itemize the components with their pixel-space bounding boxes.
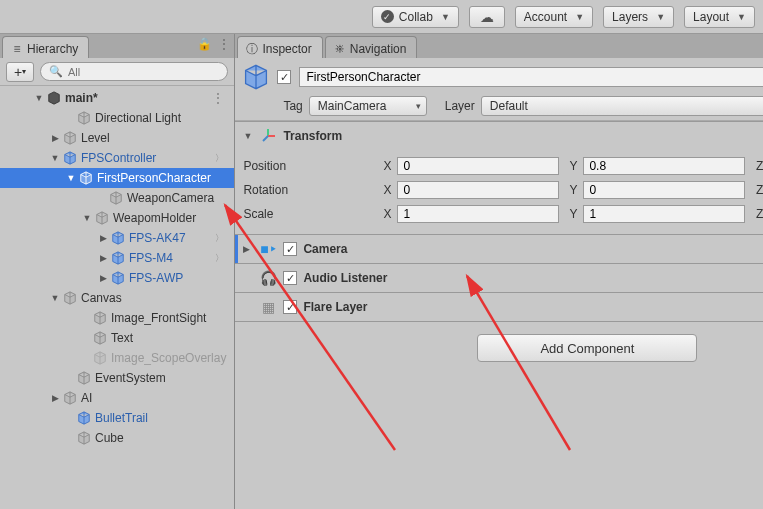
- component-header-audio-listener[interactable]: 🎧 ✓ Audio Listener ?⃝ ⇄ ⋮: [235, 264, 763, 292]
- layer-label: Layer: [445, 99, 475, 113]
- fold-icon[interactable]: ▼: [50, 293, 60, 303]
- rotation-label: Rotation: [243, 183, 373, 197]
- tree-item-image-scopeoverlay[interactable]: Image_ScopeOverlay: [0, 348, 234, 368]
- position-x-field[interactable]: [397, 157, 559, 175]
- cloud-button[interactable]: ☁: [469, 6, 505, 28]
- tab-hierarchy[interactable]: ≡ Hierarchy: [2, 36, 89, 58]
- item-label: FirstPersonCharacter: [97, 171, 211, 185]
- item-label: Image_FrontSight: [111, 311, 206, 325]
- tab-navigation[interactable]: ⛯ Navigation: [325, 36, 418, 58]
- scale-y-field[interactable]: [583, 205, 745, 223]
- tag-dropdown[interactable]: MainCamera: [309, 96, 427, 116]
- layer-dropdown[interactable]: Default: [481, 96, 763, 116]
- component-header-flare-layer[interactable]: ▦ ✓ Flare Layer ?⃝ ⇄ ⋮: [235, 293, 763, 321]
- component-enabled-checkbox[interactable]: ✓: [283, 300, 297, 314]
- item-label: Cube: [95, 431, 124, 445]
- gameobject-icon: [62, 290, 78, 306]
- chevron-right-icon[interactable]: 〉: [215, 232, 224, 245]
- flare-icon: ▦: [259, 298, 277, 316]
- context-menu-icon[interactable]: ⋮: [212, 91, 224, 105]
- tree-item-weaponholder[interactable]: ▼ WeapomHolder: [0, 208, 234, 228]
- tree-item-fpscontroller[interactable]: ▼ FPSController 〉: [0, 148, 234, 168]
- component-header-transform[interactable]: ▼ Transform ?⃝ ⇄ ⋮: [235, 122, 763, 150]
- fold-icon[interactable]: ▶: [243, 244, 253, 254]
- fold-icon[interactable]: ▶: [50, 393, 60, 403]
- fold-icon[interactable]: ▶: [98, 253, 108, 263]
- tree-item-firstpersoncharacter[interactable]: ▼ FirstPersonCharacter: [0, 168, 234, 188]
- prefab-icon: [110, 270, 126, 286]
- component-transform: ▼ Transform ?⃝ ⇄ ⋮ Position X Y: [235, 121, 763, 234]
- tree-item-cube[interactable]: Cube: [0, 428, 234, 448]
- collab-button[interactable]: ✓ Collab ▼: [372, 6, 459, 28]
- account-button[interactable]: Account ▼: [515, 6, 593, 28]
- item-label: Image_ScopeOverlay: [111, 351, 226, 365]
- chevron-right-icon[interactable]: 〉: [215, 252, 224, 265]
- chevron-down-icon: ▼: [575, 12, 584, 22]
- item-label: FPS-AWP: [129, 271, 183, 285]
- tree-item-fps-m4[interactable]: ▶ FPS-M4 〉: [0, 248, 234, 268]
- active-checkbox[interactable]: ✓: [277, 70, 291, 84]
- rotation-x-field[interactable]: [397, 181, 559, 199]
- fold-icon[interactable]: ▼: [66, 173, 76, 183]
- hierarchy-panel: ≡ Hierarchy ⁢🔒 ⋮ +▾ 🔍 ▼ main* ⋮: [0, 34, 235, 509]
- tree-item-level[interactable]: ▶ Level: [0, 128, 234, 148]
- component-title: Transform: [283, 129, 763, 143]
- component-header-camera[interactable]: ▶ ■‣ ✓ Camera ?⃝ ⇄ ⋮: [235, 235, 763, 263]
- tree-item-weaponcamera[interactable]: WeaponCamera: [0, 188, 234, 208]
- fold-icon[interactable]: ▼: [50, 153, 60, 163]
- fold-icon[interactable]: ▶: [98, 233, 108, 243]
- gameobject-name-field[interactable]: [299, 67, 763, 87]
- tree-item-text[interactable]: Text: [0, 328, 234, 348]
- scale-x-field[interactable]: [397, 205, 559, 223]
- gameobject-icon: [78, 170, 94, 186]
- tag-label: Tag: [283, 99, 302, 113]
- tree-item-image-frontsight[interactable]: Image_FrontSight: [0, 308, 234, 328]
- scale-label: Scale: [243, 207, 373, 221]
- search-input[interactable]: 🔍: [40, 62, 228, 81]
- tree-item-fps-ak47[interactable]: ▶ FPS-AK47 〉: [0, 228, 234, 248]
- fold-icon[interactable]: ▼: [34, 93, 44, 103]
- navigation-icon: ⛯: [334, 43, 346, 55]
- gameobject-icon: [62, 390, 78, 406]
- prefab-icon: [62, 150, 78, 166]
- item-label: WeapomHolder: [113, 211, 196, 225]
- tree-item-eventsystem[interactable]: EventSystem: [0, 368, 234, 388]
- add-component-button[interactable]: Add Component: [477, 334, 697, 362]
- scene-row[interactable]: ▼ main* ⋮: [0, 88, 234, 108]
- tab-hierarchy-label: Hierarchy: [27, 42, 78, 56]
- gameobject-icon: [76, 110, 92, 126]
- gameobject-icon: [92, 330, 108, 346]
- panel-menu-icon[interactable]: ⋮: [218, 37, 230, 51]
- fold-icon[interactable]: ▼: [243, 131, 253, 141]
- layers-button[interactable]: Layers ▼: [603, 6, 674, 28]
- search-field[interactable]: [68, 66, 219, 78]
- add-button[interactable]: +▾: [6, 62, 34, 82]
- rotation-y-field[interactable]: [583, 181, 745, 199]
- fold-icon[interactable]: ▶: [98, 273, 108, 283]
- collab-label: Collab: [399, 10, 433, 24]
- tree-item-directional-light[interactable]: Directional Light: [0, 108, 234, 128]
- item-label: WeaponCamera: [127, 191, 214, 205]
- component-enabled-checkbox[interactable]: ✓: [283, 242, 297, 256]
- fold-icon[interactable]: ▼: [82, 213, 92, 223]
- tree-item-ai[interactable]: ▶ AI: [0, 388, 234, 408]
- chevron-right-icon[interactable]: 〉: [215, 152, 224, 165]
- layout-button[interactable]: Layout ▼: [684, 6, 755, 28]
- info-icon: ⓘ: [246, 43, 258, 55]
- position-y-field[interactable]: [583, 157, 745, 175]
- prefab-icon: [110, 230, 126, 246]
- fold-icon[interactable]: ▶: [50, 133, 60, 143]
- gameobject-icon: [76, 430, 92, 446]
- tree-item-fps-awp[interactable]: ▶ FPS-AWP: [0, 268, 234, 288]
- gameobject-icon: [108, 190, 124, 206]
- item-label: FPS-AK47: [129, 231, 186, 245]
- item-label: Level: [81, 131, 110, 145]
- component-enabled-checkbox[interactable]: ✓: [283, 271, 297, 285]
- panel-lock-icon[interactable]: ⁢🔒: [197, 37, 212, 51]
- gameobject-icon: [92, 350, 108, 366]
- tree-item-bullettrail[interactable]: BulletTrail: [0, 408, 234, 428]
- check-icon: ✓: [381, 10, 394, 23]
- tree-item-canvas[interactable]: ▼ Canvas: [0, 288, 234, 308]
- camera-icon: ■‣: [259, 240, 277, 258]
- tab-inspector[interactable]: ⓘ Inspector: [237, 36, 322, 58]
